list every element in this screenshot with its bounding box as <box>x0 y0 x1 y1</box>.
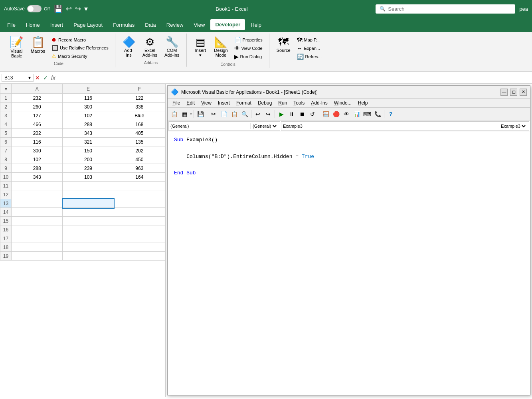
insert-button[interactable]: ▤ Insert▾ <box>191 35 210 59</box>
record-macro-button[interactable]: ⏺ Record Macro <box>49 36 111 43</box>
menu-insert[interactable]: Insert <box>45 20 68 30</box>
vba-proc-dropdown[interactable]: Example3 Example3 <box>281 121 529 131</box>
row-header-7[interactable]: 7 <box>0 146 12 155</box>
cell-14-2[interactable] <box>114 208 165 217</box>
design-mode-button[interactable]: 📐 DesignMode <box>211 35 231 59</box>
row-header-16[interactable]: 16 <box>0 225 12 234</box>
vba-close-button[interactable]: ✕ <box>520 89 527 96</box>
cell-19-0[interactable] <box>12 252 63 261</box>
vba-tb-undo[interactable]: ↩ <box>253 109 263 119</box>
vba-general-dropdown[interactable]: (General) (General) <box>168 121 280 131</box>
com-add-ins-button[interactable]: 🔧 COMAdd-ins <box>161 35 182 59</box>
cell-ref-dropdown-icon[interactable]: ▾ <box>28 75 31 81</box>
cell-13-0[interactable] <box>12 199 63 208</box>
row-header-19[interactable]: 19 <box>0 252 12 261</box>
cell-11-2[interactable] <box>114 182 165 190</box>
cell-18-0[interactable] <box>12 243 63 252</box>
cell-7-2[interactable]: 202 <box>114 146 165 155</box>
cell-15-2[interactable] <box>114 217 165 225</box>
cell-1-2[interactable]: 122 <box>114 94 165 103</box>
vba-menu-insert[interactable]: Insert <box>215 99 233 107</box>
run-dialog-button[interactable]: ▶ Run Dialog <box>232 53 265 61</box>
menu-file[interactable]: File <box>2 20 20 30</box>
vba-tb-callstack[interactable]: 📞 <box>373 109 382 119</box>
map-properties-button[interactable]: 🗺 Map P... <box>295 36 324 44</box>
cell-4-0[interactable]: 466 <box>12 120 63 129</box>
cell-3-2[interactable]: Blue <box>114 111 165 120</box>
row-header-6[interactable]: 6 <box>0 138 12 146</box>
row-header-1[interactable]: 1 <box>0 94 12 103</box>
row-header-17[interactable]: 17 <box>0 234 12 243</box>
vba-menu-addins[interactable]: Add-Ins <box>308 99 330 107</box>
properties-button[interactable]: 📄 Properties <box>232 36 265 44</box>
vba-tb-run[interactable]: ▶ <box>277 109 286 119</box>
vba-tb-breakpoint[interactable]: 🔴 <box>331 109 341 119</box>
cell-17-2[interactable] <box>114 234 165 243</box>
formula-input[interactable] <box>57 74 530 81</box>
vba-tb-locals[interactable]: 📊 <box>352 109 362 119</box>
cell-1-1[interactable]: 116 <box>63 94 114 103</box>
cell-8-1[interactable]: 200 <box>63 155 114 164</box>
vba-menu-view[interactable]: View <box>198 99 215 107</box>
cell-5-0[interactable]: 202 <box>12 129 63 138</box>
menu-home[interactable]: Home <box>21 20 45 30</box>
vba-tb-cut[interactable]: ✂ <box>209 109 218 119</box>
cell-3-0[interactable]: 127 <box>12 111 63 120</box>
vba-tb-icon1[interactable]: 📋 <box>169 109 179 119</box>
autosave-toggle[interactable] <box>27 5 42 12</box>
view-code-button[interactable]: 👁 View Code <box>232 44 265 52</box>
row-header-18[interactable]: 18 <box>0 243 12 252</box>
vba-tb-immediate[interactable]: ⌨ <box>362 109 372 119</box>
vba-menu-window[interactable]: Windo... <box>331 99 355 107</box>
cell-5-2[interactable]: 405 <box>114 129 165 138</box>
cell-18-1[interactable] <box>63 243 114 252</box>
cell-7-1[interactable]: 150 <box>63 146 114 155</box>
search-box[interactable]: 🔍 <box>376 4 515 14</box>
vba-general-select[interactable]: (General) <box>251 123 278 129</box>
row-header-8[interactable]: 8 <box>0 155 12 164</box>
menu-data[interactable]: Data <box>140 20 160 30</box>
cell-17-1[interactable] <box>63 234 114 243</box>
vba-menu-help[interactable]: Help <box>355 99 371 107</box>
vba-tb-pause[interactable]: ⏸ <box>287 109 297 119</box>
cell-13-2[interactable] <box>114 199 165 208</box>
cell-8-0[interactable]: 102 <box>12 155 63 164</box>
cell-11-1[interactable] <box>63 182 114 190</box>
vba-tb-view[interactable]: ▦ <box>180 109 189 119</box>
vba-tb-stop[interactable]: ⏹ <box>297 109 307 119</box>
cell-15-1[interactable] <box>63 217 114 225</box>
cell-2-0[interactable]: 260 <box>12 103 63 111</box>
row-header-14[interactable]: 14 <box>0 208 12 217</box>
cell-13-1[interactable] <box>63 199 114 208</box>
row-header-3[interactable]: 3 <box>0 111 12 120</box>
vba-proc-select[interactable]: Example3 <box>499 123 527 129</box>
excel-add-ins-button[interactable]: ⚙ ExcelAdd-ins <box>139 35 160 59</box>
formula-cancel-icon[interactable]: ✕ <box>35 75 40 81</box>
cell-14-0[interactable] <box>12 208 63 217</box>
vba-tb-watch[interactable]: 👁 <box>342 109 351 119</box>
use-relative-button[interactable]: 🔲 Use Relative References <box>49 44 111 52</box>
row-header-12[interactable]: 12 <box>0 190 12 199</box>
cell-reference-box[interactable]: B13 ▾ <box>2 74 34 82</box>
menu-developer[interactable]: Developer <box>210 19 245 31</box>
undo-icon[interactable]: ↩ <box>66 4 72 13</box>
cell-12-2[interactable] <box>114 190 165 199</box>
row-header-4[interactable]: 4 <box>0 120 12 129</box>
formula-fx-icon[interactable]: fx <box>51 75 55 81</box>
cell-6-2[interactable]: 135 <box>114 138 165 146</box>
cell-1-0[interactable]: 232 <box>12 94 63 103</box>
cell-12-1[interactable] <box>63 190 114 199</box>
menu-view[interactable]: View <box>189 20 210 30</box>
macro-security-button[interactable]: ⚠ Macro Security <box>49 52 111 60</box>
vba-menu-tools[interactable]: Tools <box>290 99 308 107</box>
customize-icon[interactable]: ▾ <box>84 4 88 13</box>
vba-menu-edit[interactable]: Edit <box>183 99 198 107</box>
menu-review[interactable]: Review <box>162 20 188 30</box>
vba-menu-debug[interactable]: Debug <box>255 99 275 107</box>
macros-button[interactable]: 📋 Macros <box>28 35 48 55</box>
vba-restore-button[interactable]: ◻ <box>510 89 517 96</box>
refresh-button[interactable]: 🔄 Refres... <box>295 53 324 61</box>
row-header-9[interactable]: 9 <box>0 164 12 173</box>
cell-10-1[interactable]: 103 <box>63 173 114 182</box>
menu-formulas[interactable]: Formulas <box>108 20 139 30</box>
